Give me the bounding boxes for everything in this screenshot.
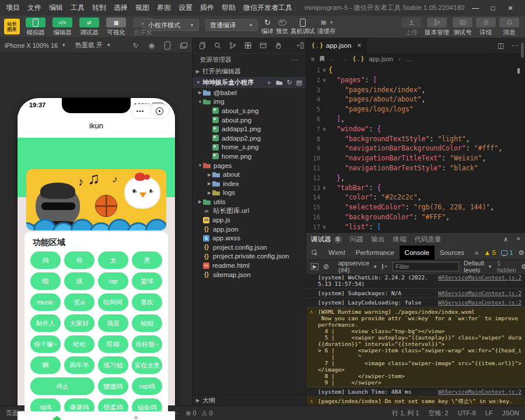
menu-item[interactable]: 视图 [135,3,149,13]
folder-item[interactable]: ▶logs [192,188,306,198]
clear-console-icon[interactable]: ⊘ [323,262,329,271]
file-item[interactable]: addapp1.png [192,124,306,134]
console-filter-input[interactable] [393,262,459,271]
debugger-panel-tab[interactable]: 代码质量 [415,235,442,244]
device-select[interactable]: iPhone X 100% 16▼ [5,42,66,49]
mode-select[interactable]: 小程序模式▼ [144,19,199,31]
sound-button[interactable]: 喜欢 [132,293,162,311]
menu-item[interactable]: 帮助 [222,3,236,13]
project-root[interactable]: ▼ 坤坤娱乐盒小程序 ＋ ↻ ▤ [192,77,306,88]
debugger-panel-tab[interactable]: 终端 [393,235,407,244]
message-button[interactable]: 消息 [499,18,519,37]
test-account-button[interactable]: 测试号 [453,18,473,37]
sound-button[interactable]: 唱 [30,272,61,290]
menu-item[interactable]: 编辑 [49,3,63,13]
collapse-panel-icon[interactable]: ∧ [503,235,508,243]
folder-item[interactable]: ▼img [192,97,306,107]
file-item[interactable]: home_s.png [192,143,306,152]
new-folder-icon[interactable] [276,80,282,85]
fold-icon[interactable]: ∨ [320,65,328,75]
file-item[interactable]: JSapp.js [192,215,306,225]
close-icon[interactable]: ✕ [502,4,519,12]
code-line[interactable]: 10"navigationBarTitleText": "Weixin", [306,153,525,163]
files-icon[interactable] [198,41,206,50]
back-icon[interactable]: ← [330,55,336,62]
file-item[interactable]: {}project.private.config.json [192,252,306,261]
open-editors-section[interactable]: ▶ 打开的编辑器 [192,66,306,77]
refresh-icon[interactable]: ↻ [132,41,138,50]
devtools-tab-wxml[interactable]: Wxml [323,246,351,260]
sound-button[interactable]: 哎呦 [98,335,128,353]
sound-button[interactable]: 篮球 [132,272,162,290]
more-menu-icon[interactable]: ••• [131,108,150,114]
sound-button[interactable]: 两年半 [64,356,94,374]
collapse-sidebar-icon[interactable] [296,41,304,50]
outline-toggle-icon[interactable]: ≡ [311,55,314,62]
maximize-icon[interactable]: □ [484,4,502,12]
folder-item[interactable]: ▶about [192,170,306,179]
tab-home[interactable]: 首页 [18,412,96,420]
sound-button[interactable]: 停止 [30,377,94,395]
debugger-panel-tab[interactable]: 调试器5 [311,235,342,244]
menu-item[interactable]: 界面 [157,3,171,13]
record-icon[interactable]: ◉ [149,41,155,50]
code-line[interactable]: 2∨"pages": [ [306,75,525,85]
source-link[interactable]: WAServiceMainContext.js:2 [438,274,522,281]
devtools-tab-console[interactable]: Console [400,246,435,260]
folder-item[interactable]: ▶@babel [192,88,306,97]
file-item[interactable]: {}project.config.json [192,243,306,252]
code-line[interactable]: 17∨"list": [ [306,222,525,232]
tab-about[interactable]: 关于我 [96,412,175,420]
code-line[interactable]: 11"navigationBarTextStyle": "black" [306,163,525,173]
menu-item[interactable]: 转到 [92,3,106,13]
sound-button[interactable]: 啊 [30,356,61,374]
menu-item[interactable]: 设置 [178,3,192,13]
folder-item[interactable]: ▶utils [192,197,306,206]
multi-window-icon[interactable] [180,43,187,48]
indentation[interactable]: 空格: 2 [428,409,448,418]
code-line[interactable]: 8"backgroundTextStyle": "light", [306,134,525,144]
banner-swiper[interactable]: ♪ ♫ ♪ [26,169,166,230]
folder-item[interactable]: ▶index [192,179,306,188]
compile-button[interactable]: ↻编译 [261,18,274,36]
code-line[interactable]: 4"pages/about/about", [306,94,525,104]
file-item[interactable]: {}app.json [192,225,306,234]
overflow-tabs-icon[interactable]: » [470,246,484,260]
remote-debug-button[interactable]: 真机调试 [290,18,315,36]
refresh-explorer-icon[interactable]: ↻ [286,79,292,86]
console-settings-icon[interactable]: ⚙ [521,263,525,271]
menu-item[interactable]: 微信开发者工具 [243,3,292,13]
code-line[interactable]: 6], [306,114,525,124]
sound-button[interactable]: 练习鲲 [98,356,128,374]
debugger-panel-tab[interactable]: 问题 [350,235,363,244]
menu-item[interactable]: 插件 [200,3,214,13]
device-frame-icon[interactable] [164,41,170,50]
sound-button[interactable]: 你干嘛~ [30,335,61,353]
sound-button[interactable]: 制作人 [30,314,61,332]
file-item[interactable]: ∞站长图库.url [192,206,306,216]
sound-button[interactable]: 你好烦~ [132,335,162,353]
source-control-icon[interactable] [229,41,237,50]
file-item[interactable]: addapp2.png [192,134,306,143]
code-line[interactable]: 9"navigationBarBackgroundColor": "#fff", [306,144,525,153]
code-line[interactable]: 16"backgroundColor": "#FFF", [306,212,525,222]
editor-toggle[interactable]: </>编辑器 [51,18,74,37]
tab-app-json[interactable]: {﹒} app.json × [306,38,367,53]
code-line[interactable]: 14"color": "#2c2c2c", [306,192,525,202]
minimize-icon[interactable]: — [467,4,484,12]
code-line[interactable]: 3"pages/index/index", [306,85,525,95]
sound-button[interactable]: 鲲鲲 [132,314,162,332]
menu-item[interactable]: 文件 [27,3,41,13]
file-item[interactable]: <>readme.html [192,261,306,270]
source-link[interactable]: WAServiceMainContext.js:2 [438,290,522,296]
close-miniprogram-icon[interactable] [150,107,169,115]
file-item[interactable]: about_s.png [192,106,306,116]
search-icon[interactable] [214,41,222,50]
file-item[interactable]: about.png [192,116,306,125]
folder-item[interactable]: ▼pages [192,161,306,170]
source-link[interactable]: WAServiceMainContext.js:2 [438,299,522,306]
inspect-element-icon[interactable] [306,246,323,260]
editor-scrollbar[interactable] [521,43,524,58]
details-button[interactable]: 详情 [476,18,496,37]
preview-button[interactable]: 预览 [276,18,288,36]
